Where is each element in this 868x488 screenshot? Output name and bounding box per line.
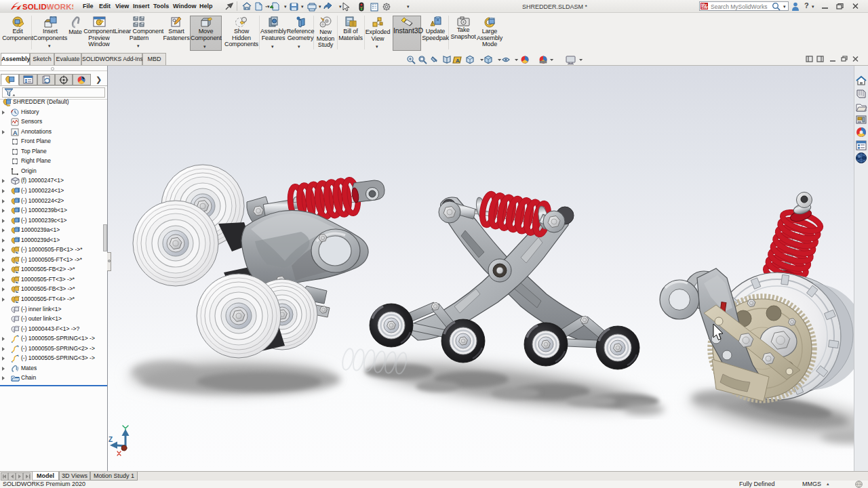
- svg-text:Z: Z: [108, 436, 113, 443]
- svg-text:!: !: [432, 22, 433, 26]
- svg-text:SOLIDWORKS: SOLIDWORKS: [22, 3, 73, 11]
- svg-text:A: A: [456, 58, 460, 64]
- svg-text:A: A: [13, 129, 18, 136]
